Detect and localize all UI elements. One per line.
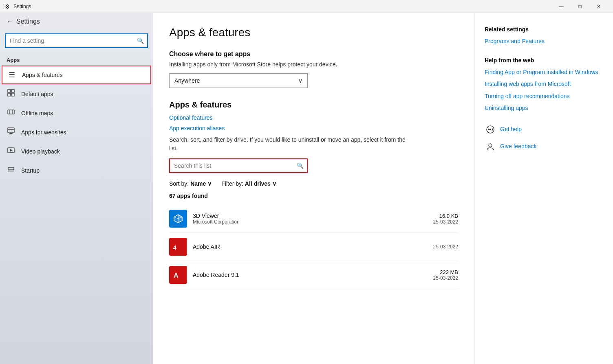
svg-rect-13 bbox=[8, 167, 14, 170]
app-execution-aliases-link[interactable]: App execution aliases bbox=[169, 125, 458, 132]
sidebar-item-startup[interactable]: Startup bbox=[0, 161, 153, 180]
sort-dropdown[interactable]: Name ∨ bbox=[190, 180, 212, 187]
app-date-adobe-air: 25-03-2022 bbox=[433, 244, 458, 250]
back-button[interactable]: ← Settings bbox=[0, 13, 153, 30]
get-help-icon bbox=[485, 124, 496, 135]
find-app-link[interactable]: Finding App or Program installed in Wind… bbox=[485, 68, 603, 77]
svg-marker-11 bbox=[10, 149, 13, 151]
filter-dropdown[interactable]: All drives ∨ bbox=[245, 180, 276, 187]
give-feedback-item[interactable]: Give feedback bbox=[485, 141, 603, 152]
close-button[interactable]: ✕ bbox=[589, 0, 608, 13]
minimize-button[interactable]: — bbox=[552, 0, 571, 13]
app-list: 3D Viewer Microsoft Corporation 16.0 KB … bbox=[169, 205, 458, 289]
app-icon-adobe-reader: A bbox=[169, 266, 187, 284]
svg-rect-1 bbox=[11, 90, 14, 92]
find-setting-search-icon: 🔍 bbox=[137, 37, 144, 44]
app-info-adobe-air: Adobe AIR bbox=[193, 243, 428, 250]
app-meta-3d-viewer: 16.0 KB 25-03-2022 bbox=[433, 213, 458, 225]
app-size-adobe-reader: 222 MB bbox=[433, 269, 458, 275]
sidebar-item-label-offline-maps: Offline maps bbox=[21, 110, 53, 116]
sort-value: Name bbox=[190, 180, 206, 187]
app-date-adobe-reader: 25-03-2022 bbox=[433, 275, 458, 281]
svg-text:A: A bbox=[174, 272, 179, 279]
app-icon-3d-viewer bbox=[169, 210, 187, 228]
apps-websites-icon bbox=[7, 127, 15, 137]
install-web-apps-link[interactable]: Installing web apps from Microsoft bbox=[485, 80, 603, 88]
svg-rect-7 bbox=[8, 128, 14, 133]
svg-point-27 bbox=[488, 129, 490, 130]
page-title: Apps & features bbox=[169, 26, 458, 39]
help-actions-section: Get help Give feedback bbox=[485, 124, 603, 152]
svg-text:4: 4 bbox=[173, 244, 176, 251]
chevron-down-icon: ∨ bbox=[298, 77, 302, 84]
app-name-3d-viewer: 3D Viewer bbox=[193, 213, 428, 219]
app-meta-adobe-air: 25-03-2022 bbox=[433, 244, 458, 250]
search-list-input[interactable] bbox=[169, 158, 308, 173]
titlebar-title: Settings bbox=[13, 4, 31, 9]
give-feedback-label[interactable]: Give feedback bbox=[500, 143, 537, 151]
sidebar-item-label-apps-websites: Apps for websites bbox=[21, 129, 66, 136]
sidebar-item-video-playback[interactable]: Video playback bbox=[0, 142, 153, 161]
svg-point-28 bbox=[490, 129, 491, 130]
svg-rect-0 bbox=[8, 90, 11, 92]
help-from-web-title: Help from the web bbox=[485, 57, 603, 64]
filter-chevron-icon: ∨ bbox=[272, 180, 276, 187]
app-item-adobe-reader[interactable]: A Adobe Reader 9.1 222 MB 25-03-2022 bbox=[169, 261, 458, 289]
filter-label: Filter by: All drives ∨ bbox=[221, 180, 276, 187]
app-item-3d-viewer[interactable]: 3D Viewer Microsoft Corporation 16.0 KB … bbox=[169, 205, 458, 233]
programs-features-link[interactable]: Programs and Features bbox=[485, 37, 603, 46]
app-name-adobe-reader: Adobe Reader 9.1 bbox=[193, 272, 428, 278]
choose-where-title: Choose where to get apps bbox=[169, 50, 458, 58]
default-apps-icon bbox=[7, 89, 15, 99]
uninstalling-apps-link[interactable]: Uninstalling apps bbox=[485, 104, 603, 112]
get-help-item[interactable]: Get help bbox=[485, 124, 603, 135]
sidebar-section-label: Apps bbox=[0, 55, 153, 66]
sidebar-search-wrap: 🔍 bbox=[5, 33, 148, 48]
app-info-3d-viewer: 3D Viewer Microsoft Corporation bbox=[193, 213, 428, 225]
app-item-adobe-air[interactable]: 4 Adobe AIR 25-03-2022 bbox=[169, 233, 458, 261]
svg-rect-4 bbox=[8, 110, 14, 114]
sidebar-item-label-video-playback: Video playback bbox=[21, 148, 60, 155]
settings-icon: ⚙ bbox=[5, 3, 10, 10]
startup-icon bbox=[7, 166, 15, 175]
choose-where-subtitle: Installing apps only from Microsoft Stor… bbox=[169, 61, 458, 68]
app-icon-adobe-air: 4 bbox=[169, 238, 187, 256]
svg-rect-3 bbox=[11, 93, 14, 96]
apps-features-section-title: Apps & features bbox=[169, 100, 458, 110]
sidebar-item-default-apps[interactable]: Default apps bbox=[0, 84, 153, 103]
app-size-3d-viewer: 16.0 KB bbox=[433, 213, 458, 219]
right-panel: Related settings Programs and Features H… bbox=[474, 13, 613, 364]
turn-off-recommendations-link[interactable]: Turning off app recommendations bbox=[485, 92, 603, 101]
back-label: Settings bbox=[16, 18, 40, 25]
find-setting-input[interactable] bbox=[5, 33, 148, 48]
main-content: Apps & features Choose where to get apps… bbox=[153, 13, 474, 364]
optional-features-link[interactable]: Optional features bbox=[169, 114, 458, 121]
related-settings-title: Related settings bbox=[485, 26, 603, 33]
titlebar-controls: — □ ✕ bbox=[552, 0, 608, 13]
video-playback-icon bbox=[7, 147, 15, 156]
sidebar-item-apps-websites[interactable]: Apps for websites bbox=[0, 123, 153, 142]
get-help-label[interactable]: Get help bbox=[500, 125, 522, 134]
sidebar-item-offline-maps[interactable]: Offline maps bbox=[0, 103, 153, 123]
search-list-wrap: 🔍 bbox=[169, 158, 308, 173]
app-info-adobe-reader: Adobe Reader 9.1 bbox=[193, 272, 428, 278]
search-sort-filter-text: Search, sort, and filter by drive. If yo… bbox=[169, 136, 414, 153]
svg-rect-12 bbox=[8, 171, 14, 171]
apps-features-icon: ☰ bbox=[7, 70, 16, 79]
svg-rect-9 bbox=[9, 133, 13, 134]
where-to-get-apps-dropdown[interactable]: Anywhere ∨ bbox=[169, 73, 308, 88]
maximize-button[interactable]: □ bbox=[571, 0, 589, 13]
sort-label: Sort by: Name ∨ bbox=[169, 180, 212, 187]
svg-rect-2 bbox=[8, 93, 11, 96]
svg-point-29 bbox=[489, 144, 492, 147]
app-publisher-3d-viewer: Microsoft Corporation bbox=[193, 219, 428, 225]
app-meta-adobe-reader: 222 MB 25-03-2022 bbox=[433, 269, 458, 281]
dropdown-value: Anywhere bbox=[174, 77, 200, 84]
search-list-icon: 🔍 bbox=[297, 162, 304, 169]
titlebar: ⚙ Settings — □ ✕ bbox=[0, 0, 613, 13]
app-name-adobe-air: Adobe AIR bbox=[193, 243, 428, 250]
sidebar-item-label-startup: Startup bbox=[21, 167, 40, 174]
sidebar-item-label-default-apps: Default apps bbox=[21, 91, 53, 97]
sidebar-item-apps-features[interactable]: ☰ Apps & features bbox=[2, 66, 151, 84]
offline-maps-icon bbox=[7, 108, 15, 118]
